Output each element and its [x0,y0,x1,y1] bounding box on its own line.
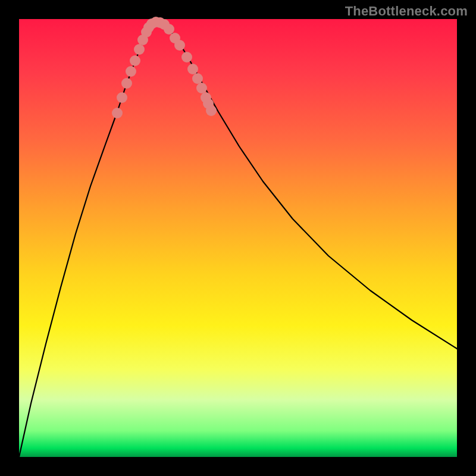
data-marker [174,40,185,51]
data-marker [196,83,207,93]
data-marker [164,24,174,35]
data-marker [112,108,123,118]
curve-group [19,22,457,457]
chart-svg [19,19,457,457]
bottleneck-curve [19,22,457,457]
data-marker [181,52,192,62]
watermark-text: TheBottleneck.com [345,4,468,19]
data-marker [134,44,145,55]
chart-frame: TheBottleneck.com [0,0,476,476]
data-marker [117,92,127,103]
marker-group [112,17,217,118]
data-marker [121,78,132,89]
data-marker [206,105,217,116]
data-marker [130,55,140,66]
data-marker [126,66,136,77]
data-marker [192,73,203,84]
data-marker [187,64,198,74]
plot-area [19,19,457,457]
